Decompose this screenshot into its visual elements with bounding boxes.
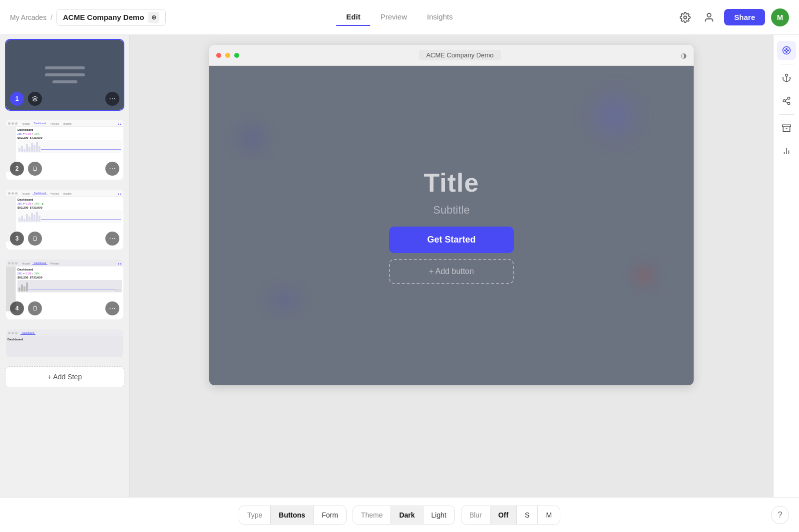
sync-icon[interactable]: ⊕ [148, 12, 159, 23]
blur-group: Blur Off S M [461, 506, 560, 525]
browser-title: ACME Company Demo [243, 50, 677, 60]
slide-more-btn-1[interactable]: ··· [105, 92, 119, 106]
slide-more-btn-4[interactable]: ··· [105, 301, 119, 315]
help-button[interactable]: ? [771, 506, 789, 524]
decor-blob-3 [634, 266, 654, 285]
slide-item-2[interactable]: Arcade Dashboard Preview Insights ● ● Da… [5, 119, 124, 181]
canvas-area: ACME Company Demo ◑ Title Subtitle Get S… [130, 35, 773, 497]
slide-number-3: 3 [10, 232, 24, 246]
right-panel [773, 35, 799, 497]
browser-bar: ACME Company Demo ◑ [209, 45, 694, 66]
share-network-button[interactable] [777, 91, 796, 110]
slide-number-1: 1 [10, 92, 24, 106]
browser-dot-yellow [225, 53, 230, 58]
svg-point-10 [786, 51, 787, 52]
avatar: M [771, 8, 789, 26]
svg-rect-4 [33, 237, 37, 241]
svg-point-14 [783, 100, 786, 102]
right-panel-divider-1 [779, 64, 794, 64]
light-option[interactable]: Light [423, 506, 454, 524]
canvas-title: Title [424, 168, 479, 198]
slide-item-1[interactable]: 1 ··· [5, 39, 124, 111]
svg-point-9 [787, 50, 788, 51]
svg-line-16 [785, 101, 788, 103]
type-label: Type [239, 506, 271, 524]
breadcrumb-parent[interactable]: My Arcades [10, 13, 46, 21]
buttons-option[interactable]: Buttons [271, 506, 314, 524]
form-option[interactable]: Form [314, 506, 346, 524]
svg-rect-18 [782, 125, 791, 127]
svg-point-7 [784, 50, 785, 51]
tab-edit[interactable]: Edit [336, 8, 370, 26]
tab-preview[interactable]: Preview [371, 8, 417, 26]
sidebar: 1 ··· Arcade Dashboard Preview Insights [0, 35, 130, 497]
settings-button[interactable] [676, 8, 694, 26]
svg-point-0 [684, 16, 687, 19]
anchor-button[interactable] [777, 68, 796, 87]
slide-item-4[interactable]: Arcade Dashboard Preview ● ● Dashboard 2… [5, 259, 124, 320]
svg-point-15 [788, 102, 790, 105]
thumb-line-2 [45, 73, 85, 76]
right-panel-divider-2 [779, 114, 794, 115]
slide-item-5[interactable]: Dashboard Dashboard [5, 328, 124, 358]
add-step-button[interactable]: + Add Step [5, 366, 124, 387]
top-nav: My Arcades / ACME Company Demo ⊕ Edit Pr… [0, 0, 799, 35]
tab-insights[interactable]: Insights [417, 8, 463, 26]
theme-group: Theme Dark Light [353, 506, 455, 525]
decor-blob-1 [594, 96, 634, 136]
user-button[interactable] [700, 8, 718, 26]
browser-dot-green [234, 53, 239, 58]
svg-line-17 [785, 99, 788, 100]
decor-blob-4 [269, 290, 299, 310]
slide-number-4: 4 [10, 301, 24, 315]
bottom-toolbar: Type Buttons Form Theme Dark Light Blur … [0, 497, 799, 532]
blur-label: Blur [461, 506, 490, 524]
canvas-subtitle: Subtitle [433, 204, 469, 217]
slide-layers-icon-4[interactable] [28, 301, 42, 315]
share-button[interactable]: Share [724, 9, 765, 25]
s-option[interactable]: S [517, 506, 538, 524]
browser-dot-red [216, 53, 221, 58]
slide-layers-icon-1[interactable] [28, 92, 42, 106]
breadcrumb-current: ACME Company Demo ⊕ [56, 9, 166, 26]
browser-right-icons: ◑ [681, 51, 687, 59]
svg-point-6 [783, 47, 790, 54]
thumb-line-1 [45, 66, 85, 69]
svg-point-13 [788, 97, 790, 100]
slide-layers-icon-2[interactable] [28, 162, 42, 176]
bars-button[interactable] [777, 142, 796, 161]
current-project-name: ACME Company Demo [63, 13, 144, 21]
slide-item-3[interactable]: Arcade Dashboard Preview Insights ● ● Da… [5, 189, 124, 251]
brightness-icon[interactable]: ◑ [681, 51, 687, 59]
off-option[interactable]: Off [490, 506, 517, 524]
palette-button[interactable] [777, 41, 796, 60]
add-button-button[interactable]: + Add button [389, 259, 514, 284]
get-started-button[interactable]: Get Started [389, 227, 514, 253]
nav-right: Share M [676, 8, 789, 26]
decor-blob-2 [239, 126, 264, 151]
slide-layers-icon-3[interactable] [28, 232, 42, 246]
m-option[interactable]: M [538, 506, 560, 524]
theme-label: Theme [353, 506, 392, 524]
dark-option[interactable]: Dark [391, 506, 423, 524]
main-area: 1 ··· Arcade Dashboard Preview Insights [0, 35, 799, 497]
thumb-line-3 [52, 80, 77, 83]
svg-marker-2 [32, 96, 37, 99]
svg-point-1 [708, 13, 711, 16]
archive-button[interactable] [777, 119, 796, 138]
slide-more-btn-2[interactable]: ··· [105, 162, 119, 176]
slide-number-2: 2 [10, 162, 24, 176]
breadcrumb-separator: / [50, 13, 52, 21]
browser-content: Title Subtitle Get Started + Add button [209, 66, 694, 385]
browser-frame: ACME Company Demo ◑ Title Subtitle Get S… [209, 45, 694, 385]
type-group: Type Buttons Form [239, 506, 347, 525]
slide-more-btn-3[interactable]: ··· [105, 232, 119, 246]
svg-point-8 [786, 48, 787, 49]
svg-point-11 [785, 74, 788, 77]
svg-rect-5 [33, 307, 37, 310]
svg-rect-3 [33, 167, 37, 171]
nav-tabs: Edit Preview Insights [336, 8, 462, 26]
